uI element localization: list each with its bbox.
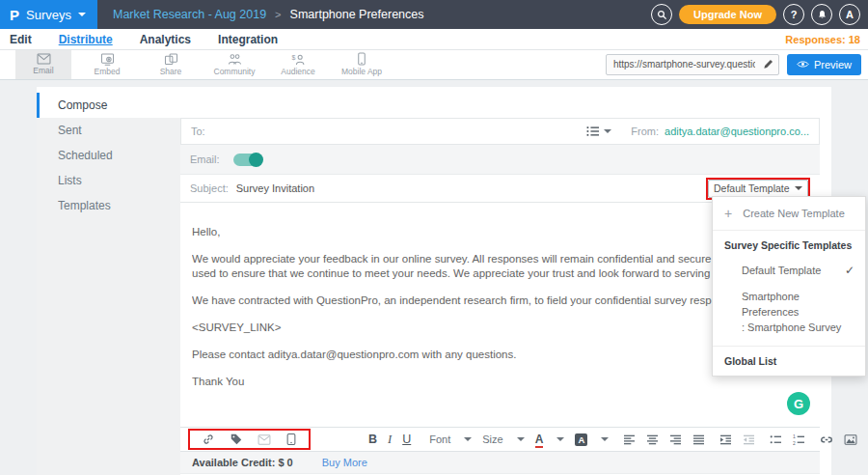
upgrade-now-button[interactable]: Upgrade Now (679, 5, 776, 24)
sidebar-item-compose[interactable]: Compose (37, 93, 180, 118)
to-row: To: From: aditya.datar@questionpro.co... (180, 118, 820, 145)
preview-button[interactable]: Preview (787, 54, 861, 75)
tab-analytics[interactable]: Analytics (140, 33, 191, 46)
help-button[interactable]: ? (783, 4, 804, 25)
channel-label: Embed (95, 67, 121, 76)
channel-label: Email (33, 66, 53, 75)
breadcrumb-folder-link[interactable]: Market Research - Aug 2019 (113, 8, 266, 21)
buy-more-link[interactable]: Buy More (322, 457, 367, 468)
text-color-button[interactable]: A (535, 433, 565, 446)
channel-audience[interactable]: $ Audience (270, 49, 326, 79)
envelope-icon (258, 434, 271, 445)
numbered-list-icon: 12 (793, 434, 805, 445)
chevron-down-icon (601, 437, 609, 441)
sidebar-item-scheduled[interactable]: Scheduled (37, 143, 180, 168)
notifications-button[interactable] (811, 4, 832, 25)
menu-item-create-new-template[interactable]: + Create New Template (713, 197, 865, 231)
chevron-down-icon (604, 129, 611, 133)
share-icon (164, 53, 178, 66)
menu-item-default-template[interactable]: Default Template ✓ (713, 258, 865, 283)
channel-embed[interactable]: Embed (79, 49, 135, 79)
align-justify-icon (692, 434, 705, 445)
tab-edit[interactable]: Edit (10, 33, 32, 46)
survey-url-input[interactable] (607, 59, 759, 70)
search-button[interactable] (651, 4, 672, 25)
grammarly-button[interactable]: G (787, 392, 810, 415)
product-label: Surveys (26, 8, 71, 22)
indent-decrease-button[interactable] (743, 434, 755, 445)
menu-item-smartphone-preferences[interactable]: Smartphone Preferences : Smartphone Surv… (713, 283, 865, 347)
link-icon (202, 433, 215, 446)
bullet-list-button[interactable] (770, 434, 782, 445)
tab-distribute[interactable]: Distribute (59, 33, 113, 46)
channel-email[interactable]: Email (15, 49, 71, 79)
check-icon: ✓ (845, 264, 854, 277)
audience-icon: $ (291, 53, 306, 66)
chevron-down-icon (464, 437, 472, 441)
underline-button[interactable]: U (402, 433, 411, 446)
select-email-list-button[interactable] (586, 126, 611, 137)
align-center-icon (646, 434, 659, 445)
italic-button[interactable]: I (388, 433, 392, 446)
insert-tag-button[interactable] (230, 433, 243, 446)
subject-value[interactable]: Survey Invitation (236, 182, 314, 194)
toggle-knob (249, 153, 263, 167)
responses-count[interactable]: Responses: 18 (785, 34, 860, 45)
insert-sms-button[interactable] (285, 433, 297, 446)
surveys-menu-button[interactable]: P Surveys (0, 0, 97, 29)
menu-item-global-list[interactable]: Global List (713, 347, 865, 376)
questionpro-logo-icon: P (10, 7, 19, 23)
sidebar-item-templates[interactable]: Templates (37, 193, 180, 218)
insert-link-button[interactable] (202, 433, 215, 446)
channel-share[interactable]: Share (143, 49, 199, 79)
channel-mobile-app[interactable]: Mobile App (334, 49, 390, 79)
plus-icon: + (724, 207, 732, 220)
template-select-dropdown[interactable]: Default Template (708, 180, 808, 198)
align-justify-button[interactable] (692, 434, 705, 445)
align-center-button[interactable] (646, 434, 659, 445)
hyperlink-button[interactable] (820, 435, 833, 444)
align-right-button[interactable] (669, 434, 682, 445)
subject-label: Subject: (190, 182, 229, 194)
background-color-button[interactable]: A (575, 433, 609, 446)
font-dropdown-label: Font (429, 433, 450, 445)
pencil-icon (763, 59, 773, 70)
bold-button[interactable]: B (368, 433, 377, 446)
font-dropdown[interactable]: Font (429, 433, 472, 445)
chain-icon (820, 435, 833, 444)
email-sidebar: Compose Sent Scheduled Lists Templates (37, 93, 180, 475)
indent-increase-icon (719, 434, 732, 445)
insert-email-button[interactable] (258, 434, 271, 445)
email-toggle[interactable] (233, 154, 262, 166)
editor-toolbar: B I U Font Size A A 12 (180, 427, 820, 452)
numbered-list-button[interactable]: 12 (793, 434, 805, 445)
sidebar-item-sent[interactable]: Sent (37, 118, 180, 143)
email-toggle-label: Email: (190, 154, 220, 165)
channel-community[interactable]: Community (206, 49, 262, 79)
channel-label: Audience (281, 67, 314, 76)
indent-increase-button[interactable] (719, 434, 732, 445)
account-avatar-button[interactable]: A (839, 4, 860, 25)
embed-icon (100, 53, 115, 66)
tab-integration[interactable]: Integration (218, 33, 278, 46)
body-line: Thank You (192, 375, 820, 389)
from-address-link[interactable]: aditya.datar@questionpro.co... (665, 126, 809, 137)
menu-option-sublabel: : Smartphone Survey (742, 321, 854, 336)
align-left-button[interactable] (623, 434, 636, 445)
breadcrumb: Market Research - Aug 2019 > Smartphone … (113, 8, 424, 21)
insert-image-button[interactable] (844, 434, 857, 445)
size-dropdown[interactable]: Size (482, 433, 524, 445)
breadcrumb-separator: > (275, 9, 281, 20)
available-credit-label: Available Credit: $ 0 (192, 457, 293, 468)
sidebar-item-lists[interactable]: Lists (37, 168, 180, 193)
channel-label: Community (214, 67, 256, 76)
align-right-icon (669, 434, 682, 445)
to-input[interactable] (211, 125, 587, 138)
recipient-list-icon (586, 126, 600, 137)
chevron-down-icon (556, 437, 564, 441)
menu-section-header: Survey Specific Templates (713, 231, 865, 258)
size-dropdown-label: Size (482, 433, 502, 445)
distribute-channel-bar: Email Embed Share Community $ Audience M… (0, 49, 868, 80)
edit-url-button[interactable] (759, 59, 778, 70)
top-navbar: P Surveys Market Research - Aug 2019 > S… (0, 0, 868, 29)
